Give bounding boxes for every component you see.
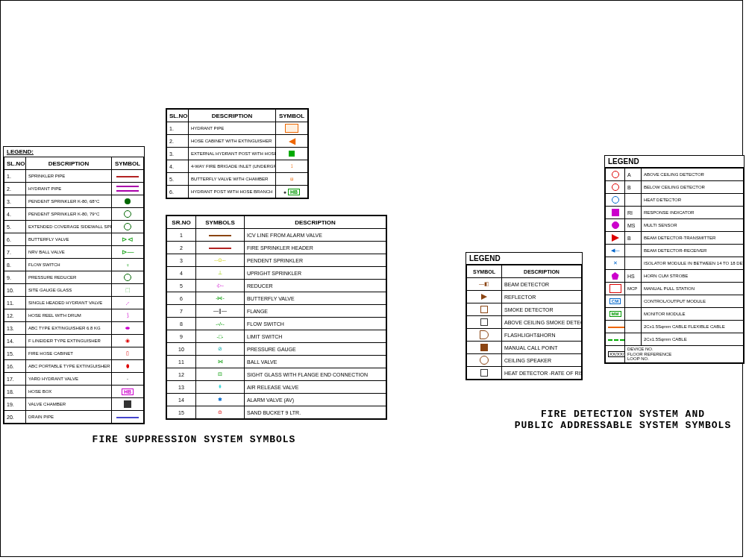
table-row: 5.BUTTERFLY VALVE WITH CHAMBER⧈ xyxy=(167,173,308,186)
butterfly-valve-icon: ⊳⊲ xyxy=(122,236,134,243)
flow-switch-icon: ♀ xyxy=(125,262,129,268)
table-row: 6.HYDRANT POST WITH HOSE BRANCH● HB xyxy=(167,186,308,198)
response-indicator-icon xyxy=(612,209,619,216)
butterfly-chamber-icon: ⧈ xyxy=(290,176,293,182)
th-desc: DESCRIPTION xyxy=(26,157,112,170)
table-row: 7.NRV BALL VALVE⊳— xyxy=(4,246,144,259)
title-right: FIRE DETECTION SYSTEM AND PUBLIC ADDRESS… xyxy=(504,409,742,431)
valve-chamber-icon xyxy=(124,400,131,408)
table-row: 18.HOSE BOXHB xyxy=(4,386,144,398)
manual-call-point-icon xyxy=(480,344,488,351)
legend2-table: SL.NO DESCRIPTION SYMBOL 1.HYDRANT PIPE … xyxy=(166,109,308,198)
table-row: ✕ISOLATOR MODULE IN BETWEEN 14 TO 18 DET… xyxy=(606,257,744,270)
table-row: 1ICV LINE FROM ALARM VALVE xyxy=(167,229,386,242)
table-row: 7—‖—FLANGE xyxy=(167,305,386,318)
ball-valve-icon: ⋈ xyxy=(218,359,223,365)
table-row: 16.ABC PORTABLE TYPE EXTINGUISHER⬮ xyxy=(4,360,144,373)
below-ceiling-detector-icon xyxy=(612,183,619,191)
cable-flex-icon xyxy=(608,327,625,328)
multi-sensor-icon xyxy=(612,221,619,229)
th-symbol: SYMBOL xyxy=(112,157,144,170)
table-row: 1.HYDRANT PIPE xyxy=(167,122,308,135)
legend-suppression-2: SL.NO DESCRIPTION SYMBOL 1.HYDRANT PIPE … xyxy=(166,108,309,199)
legend-detection-2: LEGEND AABOVE CEILING DETECTOR BBELOW CE… xyxy=(604,155,745,364)
f-lineider-ext-icon: ◉ xyxy=(125,338,130,344)
air-release-valve-icon: ⇞ xyxy=(218,384,222,390)
table-row: XX/XX/XX DEVICE NO. FLOOR REFERENCE LOOP… xyxy=(606,346,744,363)
beam-receiver-icon: ◀— xyxy=(611,248,620,254)
pendent-sprinkler2-icon: --⊙-- xyxy=(214,257,225,263)
table-row: 6-⋈-BUTTERFLY VALVE xyxy=(167,292,386,305)
table-row: 12⊟SIGHT GLASS WITH FLANGE END CONNECTIO… xyxy=(167,368,386,381)
legend4-title: LEGEND xyxy=(466,253,582,265)
pendent-sprinkler-79-icon xyxy=(124,210,131,218)
th-slno: SL.NO xyxy=(4,157,26,170)
table-row: 1.SPRINKLER PIPE xyxy=(4,170,144,183)
table-row: 6.BUTTERFLY VALVE⊳⊲ xyxy=(4,233,144,246)
table-row: 5-▷-REDUCER xyxy=(167,280,386,292)
drain-pipe-icon xyxy=(116,417,139,418)
table-row: 15.FIRE HOSE CABINET▯ xyxy=(4,347,144,360)
table-row: 4.PENDENT SPRINKLER K-80, 79°C xyxy=(4,208,144,221)
reflector-icon xyxy=(481,294,487,300)
hydrant-pipe-icon xyxy=(116,186,139,192)
flashlight-horn-icon xyxy=(480,330,489,339)
sprinkler-pipe-icon xyxy=(116,176,139,177)
hydrant-pipe2-icon xyxy=(285,124,298,133)
table-row: BBELOW CEILING DETECTOR xyxy=(606,181,744,194)
abc-extinguisher-icon: ⬬ xyxy=(125,325,130,331)
device-pattern-icon: XX/XX/XX xyxy=(608,351,625,357)
table-row: HEAT DETECTOR -RATE OF RISE xyxy=(467,367,582,380)
fire-hose-cabinet-icon: ▯ xyxy=(126,350,129,356)
alarm-valve-icon: ✱ xyxy=(218,397,222,403)
table-row: BBEAM DETECTOR-TRANSMITTER xyxy=(606,232,744,245)
reducer-icon: -▷- xyxy=(216,283,224,289)
table-row: 2.HOSE CABINET WITH EXTINGUISHER◀ xyxy=(167,135,308,148)
table-row: —◧BEAM DETECTOR xyxy=(467,278,582,291)
table-row: 19.VALVE CHAMBER xyxy=(4,398,144,411)
above-ceiling-smoke-icon xyxy=(480,318,488,326)
table-row: 10⊘PRESSURE GAUGE xyxy=(167,343,386,356)
legend5-title: LEGEND xyxy=(605,156,744,168)
table-row: 5.EXTENDED COVERAGE SIDEWALL SPRINKLER K… xyxy=(4,221,144,233)
table-row: 11.SINGLE HEADED HYDRANT VALVE⟋ xyxy=(4,297,144,309)
legend3-table: SR.NO SYMBOLS DESCRIPTION 1ICV LINE FROM… xyxy=(166,215,386,419)
legend-detection-1: LEGEND SYMBOL DESCRIPTION —◧BEAM DETECTO… xyxy=(466,252,583,380)
butterfly-valve2-icon: -⋈- xyxy=(216,295,225,301)
pendent-sprinkler-icon xyxy=(125,198,131,204)
title-left: FIRE SUPPRESSION SYSTEM SYMBOLS xyxy=(45,434,343,445)
table-row: 4.4-WAY FIRE BRIGADE INLET (UNDERGROUND … xyxy=(167,160,308,173)
beam-transmitter-icon xyxy=(612,234,619,242)
table-row: 2Cx1.5Sqmm CABLE xyxy=(606,333,744,346)
manual-pull-station-icon xyxy=(609,284,621,293)
legend4-table: SYMBOL DESCRIPTION —◧BEAM DETECTOR REFLE… xyxy=(466,265,582,380)
beam-detector-icon: —◧ xyxy=(479,281,489,287)
table-row: MMMONITOR MODULE xyxy=(606,308,744,321)
above-ceiling-detector-icon xyxy=(612,171,619,178)
table-row: 13.ABC TYPE EXTINGUISHER 6.8 KG⬬ xyxy=(4,322,144,335)
legend1-table: SL.NO DESCRIPTION SYMBOL 1.SPRINKLER PIP… xyxy=(4,157,144,424)
table-row: CEILING SPEAKER xyxy=(467,354,582,367)
legend5-table: AABOVE CEILING DETECTOR BBELOW CEILING D… xyxy=(605,168,744,363)
table-row: 9.PRESSURE REDUCER xyxy=(4,271,144,284)
table-row: 10.SITE GAUGE GLASS⬚ xyxy=(4,284,144,297)
table-row: 3.PENDENT SPRINKLER K-80, 68°C xyxy=(4,195,144,208)
sprinkler-header-icon xyxy=(209,248,231,249)
heat-detector-icon xyxy=(612,196,619,204)
hose-box-icon: HB xyxy=(122,388,134,395)
table-row: 8-▫/▫-FLOW SWITCH xyxy=(167,318,386,330)
legend1-title: LEGEND: xyxy=(4,147,144,157)
hydrant-post-hose-icon: ● xyxy=(283,189,286,195)
table-row: MANUAL CALL POINT xyxy=(467,342,582,354)
limit-switch-icon: -□- xyxy=(217,334,224,339)
smoke-detector-icon xyxy=(480,306,488,313)
horn-strobe-icon xyxy=(612,272,619,280)
control-output-module-icon: CM xyxy=(609,298,621,304)
table-row: 14✱ALARM VALVE (AV) xyxy=(167,394,386,406)
ext-hydrant-post-icon xyxy=(289,151,295,157)
table-row: 11⋈BALL VALVE xyxy=(167,356,386,368)
pressure-reducer-icon xyxy=(124,274,131,281)
table-row: RIRESPONSE INDICATOR xyxy=(606,207,744,219)
table-row: REFLECTOR xyxy=(467,291,582,303)
monitor-module-icon: MM xyxy=(609,311,621,317)
